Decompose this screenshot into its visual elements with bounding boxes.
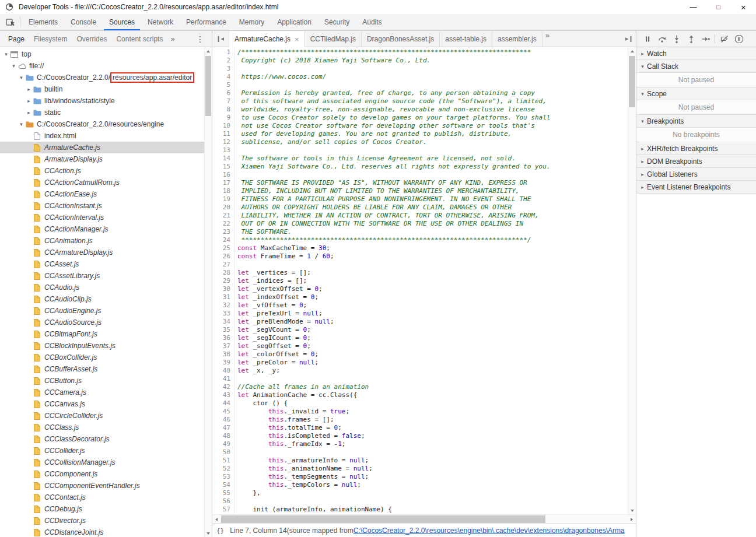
close-tab-icon[interactable]: × bbox=[295, 36, 299, 43]
code-line[interactable]: THE SOFTWARE. bbox=[237, 228, 636, 236]
tree-item-ccaudioclip-js[interactable]: CCAudioClip.js bbox=[0, 293, 204, 305]
line-number[interactable]: 48 bbox=[212, 432, 234, 440]
maximize-button[interactable]: □ bbox=[706, 0, 731, 14]
tree-item-ccassetlibrary-js[interactable]: CCAssetLibrary.js bbox=[0, 270, 204, 282]
code-line[interactable]: let _preColor = null; bbox=[237, 359, 636, 367]
step-out-icon[interactable] bbox=[684, 31, 698, 47]
tree-item-cccontact-js[interactable]: CCContact.js bbox=[0, 492, 204, 503]
line-number[interactable]: 46 bbox=[212, 416, 234, 424]
line-number[interactable]: 51 bbox=[212, 457, 234, 465]
code-line[interactable]: let _colorOffset = 0; bbox=[237, 350, 636, 359]
code-line[interactable]: this.totalTime = 0; bbox=[237, 424, 636, 432]
code-line[interactable] bbox=[237, 448, 636, 457]
minimize-button[interactable]: — bbox=[681, 0, 706, 14]
line-number[interactable]: 9 bbox=[212, 114, 234, 122]
pause-icon[interactable] bbox=[640, 31, 654, 47]
code-line[interactable]: THE SOFTWARE IS PROVIDED "AS IS", WITHOU… bbox=[237, 179, 636, 187]
code-line[interactable]: const MaxCacheTime = 30; bbox=[237, 244, 636, 252]
editor-tabs-overflow-icon[interactable]: » bbox=[542, 31, 552, 40]
line-number[interactable]: 53 bbox=[212, 473, 234, 481]
tree-item-ccactionease-js[interactable]: CCActionEase.js bbox=[0, 188, 204, 200]
navigator-tabs-overflow-icon[interactable]: » bbox=[167, 31, 177, 47]
line-number[interactable]: 3 bbox=[212, 65, 234, 73]
section-global-listeners[interactable]: ▸Global Listeners bbox=[636, 168, 756, 181]
scroll-up-icon[interactable] bbox=[205, 47, 212, 55]
code-line[interactable]: /***************************************… bbox=[237, 48, 636, 57]
code-line[interactable] bbox=[237, 81, 636, 89]
line-number[interactable]: 20 bbox=[212, 203, 234, 212]
tree-item-ccdirector-js[interactable]: CCDirector.js bbox=[0, 515, 204, 527]
tree-item-ccblockinputevents-js[interactable]: CCBlockInputEvents.js bbox=[0, 340, 204, 352]
line-number[interactable]: 31 bbox=[212, 293, 234, 301]
tree-item-ccactionmanager-js[interactable]: CCActionManager.js bbox=[0, 223, 204, 235]
tree-item-ccbutton-js[interactable]: CCButton.js bbox=[0, 375, 204, 387]
line-number[interactable]: 25 bbox=[212, 244, 234, 252]
tree-item-ccactioninterval-js[interactable]: CCActionInterval.js bbox=[0, 212, 204, 223]
editor-tab-assembler-js[interactable]: assembler.js bbox=[492, 31, 542, 47]
line-number[interactable]: 2 bbox=[212, 57, 234, 65]
tree-item-ccaction-js[interactable]: CCAction.js bbox=[0, 165, 204, 177]
nav-tab-overrides[interactable]: Overrides bbox=[72, 31, 111, 47]
line-number[interactable]: 15 bbox=[212, 163, 234, 171]
line-number[interactable]: 36 bbox=[212, 334, 234, 342]
tab-application[interactable]: Application bbox=[272, 14, 317, 30]
tree-item-c-cocoscreator-2-2-0-resources-engine[interactable]: ▾C:/CocosCreator_2.2.0/resources/engine bbox=[0, 118, 204, 130]
code-line[interactable]: this.isCompleted = false; bbox=[237, 432, 636, 440]
code-line[interactable]: //Cache all frames in an animation bbox=[237, 383, 636, 391]
editor-horizontal-scrollbar[interactable] bbox=[212, 514, 636, 524]
line-number[interactable]: 52 bbox=[212, 465, 234, 473]
code-line[interactable]: this._frameIdx = -1; bbox=[237, 440, 636, 448]
pretty-print-icon[interactable]: {} bbox=[216, 527, 224, 535]
line-number[interactable]: 10 bbox=[212, 122, 234, 130]
code-line[interactable]: IMPLIED, INCLUDING BUT NOT LIMITED TO TH… bbox=[237, 187, 636, 195]
code-line[interactable] bbox=[237, 497, 636, 506]
toggle-navigator-icon[interactable] bbox=[214, 31, 229, 47]
code-line[interactable]: worldwide, royalty-free, non-assignable,… bbox=[237, 106, 636, 114]
nav-tab-page[interactable]: Page bbox=[4, 31, 29, 47]
line-number[interactable]: 33 bbox=[212, 310, 234, 318]
deactivate-breakpoints-icon[interactable] bbox=[717, 31, 732, 47]
code-line[interactable]: used for developing games. You are not g… bbox=[237, 130, 636, 138]
tab-performance[interactable]: Performance bbox=[181, 14, 232, 30]
step-over-icon[interactable] bbox=[654, 31, 669, 47]
code-line[interactable]: not use Cocos Creator software for devel… bbox=[237, 122, 636, 130]
code-line[interactable]: FITNESS FOR A PARTICULAR PURPOSE AND NON… bbox=[237, 195, 636, 203]
editor-vertical-scrollbar[interactable] bbox=[628, 47, 636, 514]
line-number[interactable]: 55 bbox=[212, 489, 234, 497]
line-number[interactable]: 26 bbox=[212, 252, 234, 261]
scroll-down-icon[interactable] bbox=[628, 507, 636, 514]
code-line[interactable]: const FrameTime = 1 / 60; bbox=[237, 252, 636, 261]
scroll-up-icon[interactable] bbox=[628, 47, 636, 55]
code-line[interactable]: let _segVCount = 0; bbox=[237, 326, 636, 334]
line-number[interactable]: 54 bbox=[212, 481, 234, 489]
line-number[interactable]: 4 bbox=[212, 73, 234, 81]
editor-tab-dragonbonesasset-js[interactable]: DragonBonesAsset.js bbox=[362, 31, 440, 47]
tree-item-ccasset-js[interactable]: CCAsset.js bbox=[0, 258, 204, 270]
tree-item-index-html[interactable]: index.html bbox=[0, 130, 204, 142]
code-line[interactable]: LIABILITY, WHETHER IN AN ACTION OF CONTR… bbox=[237, 212, 636, 220]
line-number[interactable]: 32 bbox=[212, 301, 234, 310]
step-icon[interactable] bbox=[698, 31, 713, 47]
line-number[interactable]: 13 bbox=[212, 146, 234, 155]
code-line[interactable]: to use Cocos Creator solely to develop g… bbox=[237, 114, 636, 122]
tab-sources[interactable]: Sources bbox=[104, 14, 140, 30]
line-number[interactable]: 1 bbox=[212, 48, 234, 57]
code-line[interactable]: let _vertices = []; bbox=[237, 269, 636, 277]
tree-expanded-icon[interactable]: ▾ bbox=[2, 51, 10, 57]
line-number[interactable]: 39 bbox=[212, 359, 234, 367]
line-number[interactable]: 17 bbox=[212, 179, 234, 187]
tree-item-ccbitmapfont-js[interactable]: CCBitmapFont.js bbox=[0, 328, 204, 340]
line-number[interactable]: 56 bbox=[212, 497, 234, 506]
code-line[interactable]: ctor () { bbox=[237, 399, 636, 408]
tree-item-cccomponent-js[interactable]: CCComponent.js bbox=[0, 468, 204, 480]
toggle-debugger-icon[interactable] bbox=[621, 31, 636, 47]
close-button[interactable]: × bbox=[731, 0, 756, 14]
line-number[interactable]: 30 bbox=[212, 285, 234, 293]
tree-item-top[interactable]: ▾top bbox=[0, 48, 204, 60]
section-xhr-fetch-breakpoints[interactable]: ▸XHR/fetch Breakpoints bbox=[636, 142, 756, 155]
tree-item-ccactioncatmullrom-js[interactable]: CCActionCatmullRom.js bbox=[0, 177, 204, 188]
editor-tab-cctiledmap-js[interactable]: CCTiledMap.js bbox=[305, 31, 362, 47]
code-line[interactable]: Permission is hereby granted, free of ch… bbox=[237, 89, 636, 97]
source-map-link[interactable]: C:\CocosCreator_2.2.0\resources\engine\b… bbox=[354, 527, 625, 535]
inspect-icon[interactable] bbox=[3, 14, 18, 30]
